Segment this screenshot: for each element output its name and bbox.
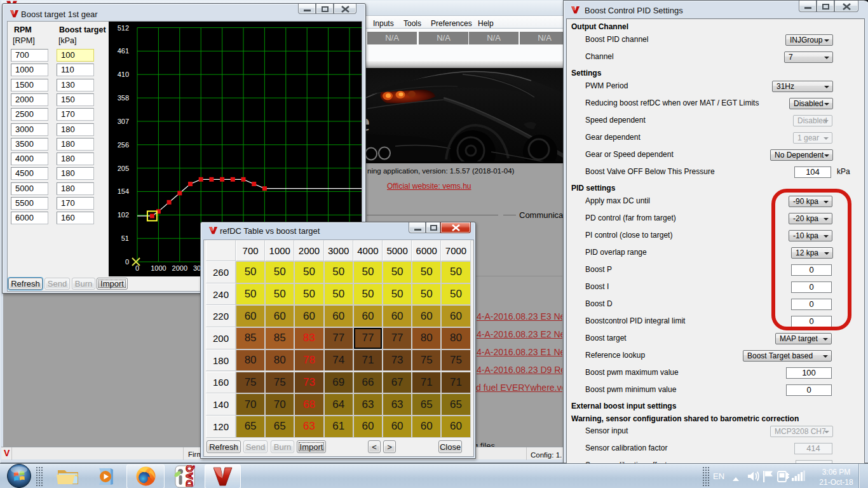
svg-text:307: 307 (118, 118, 129, 125)
svg-text:461: 461 (118, 47, 129, 55)
svg-text:205: 205 (118, 165, 129, 172)
svg-text:1000: 1000 (151, 264, 166, 272)
svg-text:0: 0 (125, 258, 129, 266)
svg-text:51: 51 (121, 234, 129, 242)
svg-text:358: 358 (118, 94, 129, 102)
svg-text:512: 512 (118, 24, 129, 32)
svg-text:102: 102 (118, 211, 129, 219)
svg-text:410: 410 (118, 71, 129, 78)
svg-text:0: 0 (135, 264, 139, 272)
svg-text:DAQ: DAQ (184, 465, 194, 487)
svg-text:256: 256 (118, 141, 129, 149)
svg-text:2000: 2000 (172, 264, 187, 272)
svg-text:154: 154 (118, 187, 129, 195)
